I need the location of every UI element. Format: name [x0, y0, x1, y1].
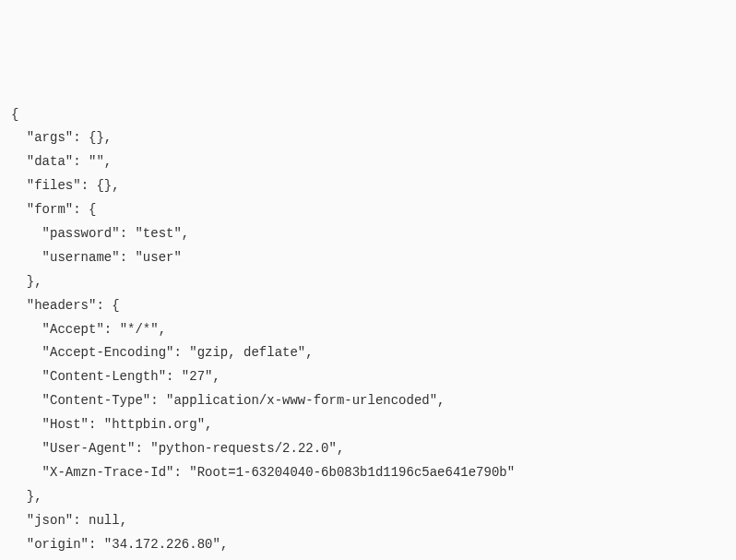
args-key: "args" — [27, 130, 73, 145]
headers-accept-encoding-key: "Accept-Encoding" — [42, 345, 174, 360]
form-password-key: "password" — [42, 226, 120, 241]
headers-key: "headers" — [27, 298, 97, 313]
form-close-brace: } — [27, 274, 34, 289]
form-username-value: "user" — [135, 250, 181, 265]
origin-key: "origin" — [27, 537, 89, 552]
headers-open-brace: { — [112, 298, 119, 313]
json-key: "json" — [27, 513, 73, 528]
headers-trace-id-value: "Root=1-63204040-6b083b1d1196c5ae641e790… — [189, 465, 515, 480]
origin-value: "34.172.226.80" — [104, 537, 220, 552]
headers-host-value: "httpbin.org" — [104, 417, 205, 432]
data-key: "data" — [27, 154, 73, 169]
headers-accept-encoding-value: "gzip, deflate" — [189, 345, 305, 360]
form-password-value: "test" — [135, 226, 181, 241]
headers-content-length-key: "Content-Length" — [42, 369, 166, 384]
json-open-brace: { — [11, 107, 18, 122]
headers-content-type-key: "Content-Type" — [42, 393, 151, 408]
headers-host-key: "Host" — [42, 417, 89, 432]
headers-close-brace: } — [27, 489, 34, 504]
form-key: "form" — [27, 202, 73, 217]
headers-user-agent-key: "User-Agent" — [42, 441, 136, 456]
args-value: {} — [89, 130, 104, 145]
headers-trace-id-key: "X-Amzn-Trace-Id" — [42, 465, 174, 480]
headers-user-agent-value: "python-requests/2.22.0" — [150, 441, 337, 456]
json-value: null — [89, 513, 120, 528]
files-value: {} — [96, 178, 112, 193]
form-username-key: "username" — [42, 250, 120, 265]
headers-content-type-value: "application/x-www-form-urlencoded" — [166, 393, 437, 408]
form-open-brace: { — [89, 202, 96, 217]
terminal-output: { "args": {}, "data": "", "files": {}, "… — [11, 103, 725, 560]
data-value: "" — [89, 154, 104, 169]
headers-content-length-value: "27" — [182, 369, 213, 384]
headers-accept-key: "Accept" — [42, 322, 104, 337]
files-key: "files" — [27, 178, 81, 193]
headers-accept-value: "*/*" — [120, 322, 159, 337]
